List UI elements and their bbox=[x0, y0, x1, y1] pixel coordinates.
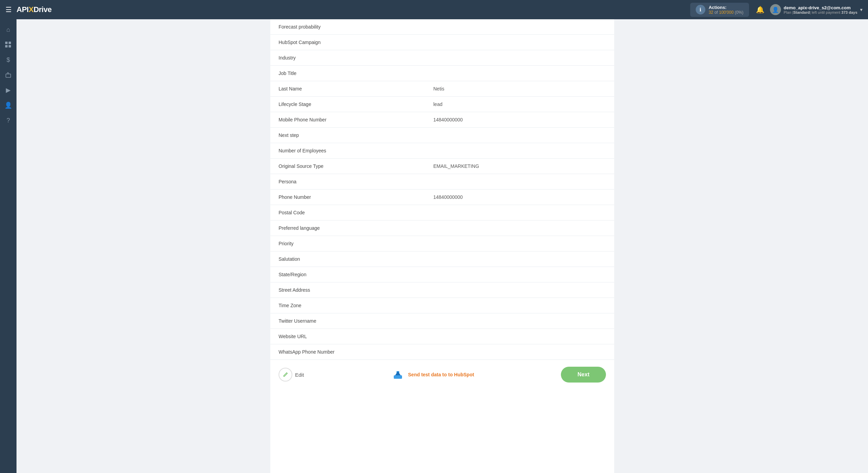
field-name: Persona bbox=[270, 174, 425, 190]
field-name: Mobile Phone Number bbox=[270, 112, 425, 128]
svg-rect-0 bbox=[5, 42, 8, 44]
field-value: lead bbox=[425, 97, 614, 112]
field-name: Postal Code bbox=[270, 205, 425, 221]
top-navigation: ☰ APIXDrive ℹ Actions: 32 of 100'000 (0%… bbox=[0, 0, 868, 19]
field-name: Forecast probability bbox=[270, 19, 425, 35]
field-name: Twitter Username bbox=[270, 313, 425, 329]
field-value bbox=[425, 143, 614, 159]
sidebar-item-help[interactable]: ? bbox=[2, 114, 14, 127]
field-value: 14840000000 bbox=[425, 112, 614, 128]
svg-rect-3 bbox=[9, 45, 11, 47]
field-value: 14840000000 bbox=[425, 190, 614, 205]
table-row: Last NameNetis bbox=[270, 81, 614, 97]
main-content: Forecast probabilityHubSpot CampaignIndu… bbox=[17, 19, 868, 473]
field-value bbox=[425, 344, 614, 360]
field-value bbox=[425, 50, 614, 66]
table-row: Website URL bbox=[270, 329, 614, 344]
table-row: State/Region bbox=[270, 267, 614, 282]
field-value bbox=[425, 313, 614, 329]
content-wrapper: Forecast probabilityHubSpot CampaignIndu… bbox=[270, 19, 614, 473]
field-value bbox=[425, 66, 614, 81]
actions-label: Actions: bbox=[709, 5, 744, 10]
field-value bbox=[425, 35, 614, 50]
hamburger-menu[interactable]: ☰ bbox=[6, 6, 12, 14]
table-row: Original Source TypeEMAIL_MARKETING bbox=[270, 159, 614, 174]
sidebar-item-profile[interactable]: 👤 bbox=[2, 99, 14, 111]
sidebar-item-briefcase[interactable] bbox=[2, 69, 14, 81]
field-value bbox=[425, 205, 614, 221]
logo-area: ☰ APIXDrive bbox=[6, 5, 52, 14]
svg-rect-2 bbox=[5, 45, 8, 47]
sidebar-item-billing[interactable]: $ bbox=[2, 54, 14, 66]
field-value bbox=[425, 221, 614, 236]
logo-text: APIXDrive bbox=[17, 5, 52, 14]
send-test-text: Send test data to to HubSpot bbox=[408, 372, 474, 378]
table-row: Next step bbox=[270, 128, 614, 143]
user-menu[interactable]: 👤 demo_apix-drive_s2@com.com Plan |Stand… bbox=[770, 4, 862, 15]
field-value: Netis bbox=[425, 81, 614, 97]
logo-x: X bbox=[29, 5, 33, 14]
table-row: Priority bbox=[270, 236, 614, 251]
table-row: Street Address bbox=[270, 282, 614, 298]
user-chevron-icon: ▾ bbox=[860, 7, 862, 12]
sidebar: ⌂ $ ▶ 👤 ? bbox=[0, 19, 17, 473]
user-email: demo_apix-drive_s2@com.com bbox=[784, 5, 857, 10]
sidebar-item-grid[interactable] bbox=[2, 39, 14, 51]
field-name: Lifecycle Stage bbox=[270, 97, 425, 112]
logo-api: API bbox=[17, 5, 29, 14]
sidebar-item-play[interactable]: ▶ bbox=[2, 84, 14, 96]
footer-center[interactable]: Send test data to to HubSpot bbox=[391, 368, 474, 381]
table-row: Number of Employees bbox=[270, 143, 614, 159]
field-value bbox=[425, 236, 614, 251]
field-value bbox=[425, 251, 614, 267]
table-row: Mobile Phone Number14840000000 bbox=[270, 112, 614, 128]
table-row: Persona bbox=[270, 174, 614, 190]
plan-days: 373 days bbox=[842, 10, 857, 14]
logo-drive: Drive bbox=[33, 5, 52, 14]
field-name: Job Title bbox=[270, 66, 425, 81]
fields-table: Forecast probabilityHubSpot CampaignIndu… bbox=[270, 19, 614, 359]
field-value bbox=[425, 19, 614, 35]
table-row: Lifecycle Stagelead bbox=[270, 97, 614, 112]
edit-icon bbox=[279, 368, 292, 381]
table-row: Salutation bbox=[270, 251, 614, 267]
field-name: Next step bbox=[270, 128, 425, 143]
topnav-right: 🔔 👤 demo_apix-drive_s2@com.com Plan |Sta… bbox=[756, 4, 862, 15]
field-value bbox=[425, 282, 614, 298]
field-value bbox=[425, 128, 614, 143]
actions-of: of bbox=[714, 10, 719, 15]
field-name: HubSpot Campaign bbox=[270, 35, 425, 50]
table-row: Preferred language bbox=[270, 221, 614, 236]
footer: Edit Send test data to to HubSpot bbox=[270, 359, 614, 389]
field-name: Industry bbox=[270, 50, 425, 66]
field-value: EMAIL_MARKETING bbox=[425, 159, 614, 174]
table-row: Industry bbox=[270, 50, 614, 66]
sidebar-item-home[interactable]: ⌂ bbox=[2, 23, 14, 36]
edit-button[interactable]: Edit bbox=[279, 368, 304, 381]
actions-used: 32 bbox=[709, 10, 713, 15]
send-test-to: to to HubSpot bbox=[442, 372, 474, 377]
field-name: Priority bbox=[270, 236, 425, 251]
table-row: Job Title bbox=[270, 66, 614, 81]
notification-bell[interactable]: 🔔 bbox=[756, 6, 764, 14]
actions-pct: (0%) bbox=[735, 10, 743, 15]
field-name: Preferred language bbox=[270, 221, 425, 236]
svg-rect-4 bbox=[6, 74, 11, 77]
field-name: WhatsApp Phone Number bbox=[270, 344, 425, 360]
svg-marker-7 bbox=[395, 371, 401, 375]
table-row: HubSpot Campaign bbox=[270, 35, 614, 50]
user-avatar: 👤 bbox=[770, 4, 781, 15]
next-button[interactable]: Next bbox=[561, 367, 606, 383]
field-name: Website URL bbox=[270, 329, 425, 344]
table-row: Phone Number14840000000 bbox=[270, 190, 614, 205]
table-row: WhatsApp Phone Number bbox=[270, 344, 614, 360]
actions-info-icon: ℹ bbox=[696, 5, 705, 14]
actions-count: 32 of 100'000 (0%) bbox=[709, 10, 744, 15]
svg-rect-1 bbox=[9, 42, 11, 44]
send-test-label: Send test data bbox=[408, 372, 441, 377]
field-value bbox=[425, 174, 614, 190]
plan-info: Plan |Standard| left until payment 373 d… bbox=[784, 10, 857, 14]
field-name: Last Name bbox=[270, 81, 425, 97]
table-row: Twitter Username bbox=[270, 313, 614, 329]
field-value bbox=[425, 298, 614, 313]
